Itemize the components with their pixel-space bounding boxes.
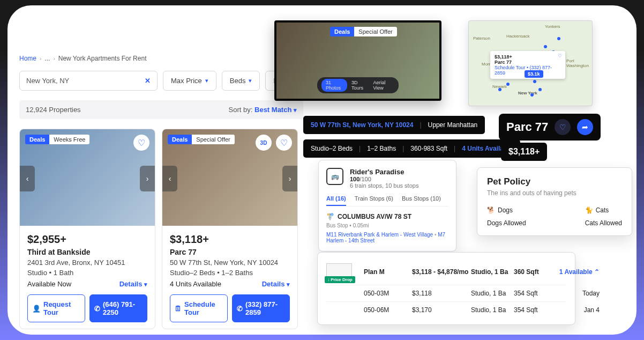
unit-sqft: 354 Sqft — [514, 306, 557, 314]
map-label: Port Washington — [566, 58, 590, 68]
details-link[interactable]: Details ▾ — [262, 280, 290, 288]
deals-badge: Deals — [168, 135, 192, 144]
pet-policy-card: Pet Policy The ins and outs of having pe… — [477, 167, 632, 236]
property-image: Deals Special Offer 3D ♡ ‹ › — [162, 129, 297, 226]
prev-photo-button[interactable]: ‹ — [162, 166, 177, 191]
promo-badge: Weeks Free — [49, 135, 89, 144]
favorite-button[interactable]: ♡ — [555, 119, 571, 135]
unit-beds: Studio, 1 Ba — [471, 306, 514, 314]
dogs-value: Dogs Allowed — [487, 219, 526, 227]
chevron-down-icon: ▾ — [144, 281, 147, 287]
button-label: Request Tour — [43, 300, 80, 316]
unit-beds: Studio, 1 Ba — [471, 290, 514, 297]
price: $2,955+ — [27, 233, 147, 246]
map-label: New York — [518, 91, 537, 95]
filter-label: Beds — [230, 77, 246, 85]
chevron-right-icon: › — [40, 56, 41, 62]
favorite-button[interactable]: ♡ — [276, 135, 292, 151]
person-icon: 👤 — [32, 305, 41, 313]
bus-stop-icon: 🚏 — [326, 213, 334, 220]
property-address: 50 W 77th St, New York, NY 10024 — [170, 258, 290, 267]
pet-title: Pet Policy — [487, 176, 622, 187]
availability: 4 Units Available — [170, 280, 221, 288]
sqft-spec: 360-983 Sqft — [410, 145, 447, 152]
schedule-tour-button[interactable]: 🗓 Schedule Tour — [170, 294, 228, 322]
next-photo-button[interactable]: › — [140, 166, 155, 191]
button-label: Schedule Tour — [184, 300, 223, 316]
tab-bus[interactable]: Bus Stops (10) — [402, 195, 441, 206]
page-title: Parc 77 — [506, 120, 548, 134]
bus-icon: 🚌 — [326, 168, 343, 185]
phone-button[interactable]: ✆ (646) 791-2250 — [89, 294, 147, 322]
phone-button[interactable]: ✆ (332) 877-2859 — [232, 294, 290, 322]
property-specs: Studio–2 Beds • 1–2 Baths — [170, 269, 290, 277]
callout-tour-link[interactable]: Schedule Tour • — [495, 65, 528, 70]
unit-row[interactable]: 050-03M $3,118 Studio, 1 Ba 354 Sqft Tod… — [326, 285, 566, 301]
heart-icon: ♡ — [138, 138, 145, 148]
search-value: New York, NY — [26, 77, 69, 85]
dogs-label: 🐕Dogs — [487, 206, 526, 214]
callout-name: Parc 77 — [495, 60, 561, 65]
available-toggle[interactable]: 1 Available ⌃ — [557, 268, 600, 276]
3d-tours-tab[interactable]: 3D Tours — [351, 80, 366, 91]
tab-all[interactable]: All (16) — [326, 195, 346, 206]
heart-icon: ♡ — [559, 123, 566, 131]
property-card[interactable]: Deals Special Offer 3D ♡ ‹ › $3,118+ Par… — [162, 129, 298, 329]
deals-badge: Deals — [330, 27, 354, 36]
button-label: (646) 791-2250 — [103, 300, 143, 316]
chevron-down-icon: ▾ — [294, 107, 297, 113]
chevron-up-icon: ⌃ — [594, 268, 600, 276]
chevron-down-icon: ▾ — [287, 281, 290, 287]
breadcrumb-home[interactable]: Home — [19, 55, 36, 62]
stop-meta: Bus Stop • 0.05mi — [326, 223, 448, 228]
details-link[interactable]: Details ▾ — [119, 280, 147, 288]
clear-icon[interactable]: ✕ — [145, 77, 151, 85]
next-photo-button[interactable]: › — [282, 166, 297, 191]
aerial-tab[interactable]: Aerial View — [373, 80, 392, 91]
chevron-right-icon: › — [53, 56, 55, 62]
filter-label: Max Price — [171, 77, 202, 85]
transit-title: Rider's Paradise — [350, 168, 418, 176]
plan-price: $3,118 - $4,878/mo — [412, 268, 471, 276]
baths-spec: 1–2 Baths — [367, 145, 396, 152]
share-button[interactable]: ➦ — [577, 119, 593, 135]
dog-icon: 🐕 — [487, 206, 495, 214]
availability: Available Now — [27, 280, 71, 288]
address-link[interactable]: 50 W 77th St, New York, NY 10024 — [311, 121, 413, 129]
hero-photo: Deals Special Offer 31 Photos 3D Tours A… — [274, 20, 441, 101]
prev-photo-button[interactable]: ‹ — [20, 166, 35, 191]
transit-summary: 6 train stops, 10 bus stops — [350, 182, 418, 189]
filter-max-price[interactable]: Max Price ▾ — [163, 71, 216, 91]
address-bar: 50 W 77th St, New York, NY 10024 | Upper… — [303, 116, 485, 134]
sort-dropdown[interactable]: Best Match ▾ — [254, 106, 297, 114]
price-chip: $3,118+ — [501, 143, 547, 161]
3d-badge[interactable]: 3D — [256, 135, 272, 151]
route-link[interactable]: M11 Riverbank Park & Harlem - West Villa… — [326, 232, 433, 238]
property-name: Third at Bankside — [27, 248, 147, 256]
transit-score: 100/100 — [350, 176, 418, 182]
unit-row[interactable]: 050-06M $3,170 Studio, 1 Ba 354 Sqft Jan… — [326, 301, 566, 318]
breadcrumb-ellipsis[interactable]: ... — [44, 55, 50, 62]
floorplan-header[interactable]: ↓ Price Drop Plan M $3,118 - $4,878/mo S… — [326, 259, 566, 285]
property-card[interactable]: Deals Weeks Free ♡ ‹ › $2,955+ Third at … — [19, 129, 155, 329]
share-icon: ➦ — [582, 123, 588, 131]
heart-icon[interactable]: ♡ — [558, 53, 562, 58]
plan-name: Plan M — [364, 268, 412, 276]
property-address: 2401 3rd Ave, Bronx, NY 10451 — [27, 258, 147, 267]
results-bar: 12,924 Properties Sort by: Best Match ▾ — [19, 100, 303, 119]
request-tour-button[interactable]: 👤 Request Tour — [27, 294, 85, 322]
photos-tab[interactable]: 31 Photos — [321, 79, 347, 92]
search-input[interactable]: New York, NY ✕ — [19, 71, 158, 91]
unit-avail: Today — [557, 290, 600, 297]
filter-beds[interactable]: Beds ▾ — [222, 71, 260, 91]
map-price-pin[interactable]: $3.1k — [525, 70, 543, 78]
results-count: 12,924 Properties — [26, 106, 81, 114]
chevron-down-icon: ▾ — [249, 77, 252, 84]
favorite-button[interactable]: ♡ — [133, 135, 149, 151]
map-label: Paterson — [473, 36, 490, 41]
tab-train[interactable]: Train Stops (6) — [355, 195, 393, 206]
promo-badge: Special Offer — [192, 135, 234, 144]
unit-price: $3,118 — [412, 290, 471, 297]
map[interactable]: Paterson Yonkers Hackensack Montclair Ne… — [468, 20, 593, 106]
transit-card: 🚌 Rider's Paradise 100/100 6 train stops… — [318, 160, 456, 252]
